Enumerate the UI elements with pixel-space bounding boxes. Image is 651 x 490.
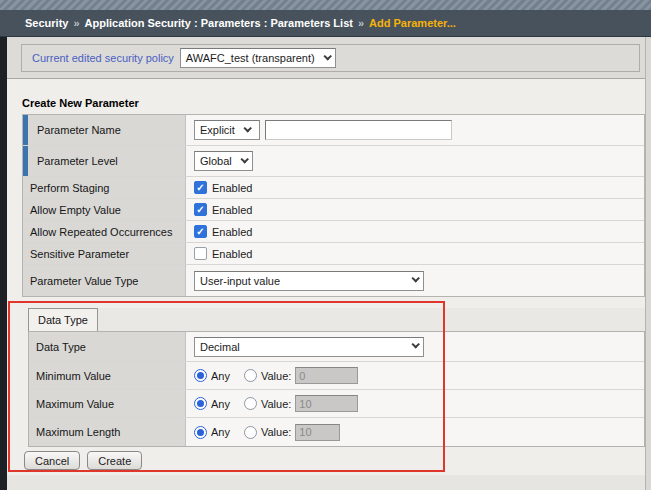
table-row-maximum-value: Maximum Value Any Value: — [29, 390, 644, 418]
tab-strip: Data Type — [28, 308, 645, 331]
policy-band: Current edited security policy AWAFC_tes… — [7, 37, 645, 79]
create-button[interactable]: Create — [87, 451, 142, 470]
tab-data-type-label: Data Type — [38, 314, 88, 326]
data-type-panel: Data Type Data Type Decimal Minimum Valu… — [28, 308, 645, 447]
perform-staging-checkbox[interactable]: ✓ — [194, 181, 207, 194]
maximum-value-any-label: Any — [211, 398, 230, 410]
table-row-minimum-value: Minimum Value Any Value: — [29, 362, 644, 390]
parameter-value-type-value: User-input value — [200, 275, 280, 287]
radio-dot-icon — [197, 372, 204, 379]
maximum-length-value-label: Value: — [261, 426, 291, 438]
left-pane-edge — [0, 37, 7, 490]
window-top-stripe-band — [0, 0, 651, 10]
page-title: Create New Parameter — [22, 97, 139, 109]
maximum-value-value-radio[interactable] — [244, 397, 257, 410]
chevron-down-icon — [323, 52, 331, 60]
sensitive-parameter-option-label: Enabled — [212, 248, 252, 260]
check-icon: ✓ — [196, 183, 204, 193]
allow-repeated-occurrences-checkbox[interactable]: ✓ — [194, 225, 207, 238]
radio-dot-icon — [197, 400, 204, 407]
maximum-length-input — [295, 424, 340, 441]
parameter-level-select[interactable]: Global — [194, 151, 253, 171]
check-icon: ✓ — [196, 227, 204, 237]
form-actions: Cancel Create — [24, 451, 142, 470]
minimum-value-value-label: Value: — [261, 370, 291, 382]
parameter-value-type-label: Parameter Value Type — [23, 265, 186, 296]
sensitive-parameter-checkbox[interactable]: ✓ — [194, 247, 207, 260]
chevron-down-icon — [243, 124, 251, 132]
maximum-length-any-radio[interactable] — [194, 426, 207, 439]
breadcrumb-separator: » — [353, 17, 369, 29]
parameter-name-input[interactable] — [265, 120, 452, 140]
breadcrumb-path-link[interactable]: Application Security : Parameters : Para… — [85, 17, 353, 29]
create-parameter-table: Parameter Name Explicit Parameter Level … — [22, 114, 645, 297]
table-row-maximum-length: Maximum Length Any Value: — [29, 418, 644, 446]
parameter-name-kind-select[interactable]: Explicit — [194, 120, 260, 140]
table-row-data-type: Data Type Decimal — [29, 332, 644, 362]
table-row-parameter-value-type: Parameter Value Type User-input value — [23, 265, 644, 296]
maximum-length-any-label: Any — [211, 426, 230, 438]
minimum-value-any-radio[interactable] — [194, 369, 207, 382]
minimum-value-any-label: Any — [211, 370, 230, 382]
current-policy-label: Current edited security policy — [32, 52, 174, 64]
bottom-strip — [7, 475, 645, 490]
parameter-level-value: Global — [200, 155, 232, 167]
table-row-parameter-name: Parameter Name Explicit — [23, 115, 644, 146]
parameter-name-kind-value: Explicit — [200, 124, 235, 136]
data-type-table: Data Type Decimal Minimum Value Any Valu… — [28, 331, 645, 447]
breadcrumb-current-page: Add Parameter... — [369, 17, 456, 29]
maximum-length-value-radio[interactable] — [244, 426, 257, 439]
breadcrumb-separator: » — [68, 17, 84, 29]
allow-empty-value-option-label: Enabled — [212, 204, 252, 216]
minimum-value-input — [295, 367, 358, 384]
table-row-allow-empty-value: Allow Empty Value ✓ Enabled — [23, 199, 644, 221]
minimum-value-value-radio[interactable] — [244, 369, 257, 382]
data-type-select[interactable]: Decimal — [194, 337, 424, 357]
parameter-level-label: Parameter Level — [23, 146, 186, 176]
table-row-parameter-level: Parameter Level Global — [23, 146, 644, 177]
allow-repeated-occurrences-label: Allow Repeated Occurrences — [23, 221, 186, 242]
tab-data-type[interactable]: Data Type — [28, 308, 98, 331]
table-row-perform-staging: Perform Staging ✓ Enabled — [23, 177, 644, 199]
current-policy-box: Current edited security policy AWAFC_tes… — [21, 44, 640, 72]
table-row-sensitive-parameter: Sensitive Parameter ✓ Enabled — [23, 243, 644, 265]
cancel-button[interactable]: Cancel — [24, 451, 80, 470]
perform-staging-option-label: Enabled — [212, 182, 252, 194]
data-type-value: Decimal — [200, 341, 240, 353]
parameter-name-label: Parameter Name — [23, 115, 186, 145]
maximum-value-input — [295, 395, 358, 412]
check-icon: ✓ — [196, 205, 204, 215]
maximum-value-any-radio[interactable] — [194, 397, 207, 410]
maximum-length-label: Maximum Length — [29, 418, 186, 446]
chevron-down-icon — [411, 340, 419, 348]
chevron-down-icon — [240, 155, 248, 163]
chevron-down-icon — [411, 274, 419, 282]
current-policy-selected-value: AWAFC_test (transparent) — [186, 52, 315, 64]
maximum-value-value-label: Value: — [261, 398, 291, 410]
maximum-value-label: Maximum Value — [29, 390, 186, 417]
data-type-label: Data Type — [29, 332, 186, 361]
radio-dot-icon — [197, 429, 204, 436]
allow-empty-value-checkbox[interactable]: ✓ — [194, 203, 207, 216]
breadcrumb-root-link[interactable]: Security — [25, 17, 68, 29]
minimum-value-label: Minimum Value — [29, 362, 186, 389]
current-policy-select[interactable]: AWAFC_test (transparent) — [180, 48, 336, 68]
allow-empty-value-label: Allow Empty Value — [23, 199, 186, 220]
right-pane-gutter — [645, 37, 651, 490]
perform-staging-label: Perform Staging — [23, 177, 186, 198]
sensitive-parameter-label: Sensitive Parameter — [23, 243, 186, 264]
table-row-allow-repeated-occurrences: Allow Repeated Occurrences ✓ Enabled — [23, 221, 644, 243]
allow-repeated-occurrences-option-label: Enabled — [212, 226, 252, 238]
parameter-value-type-select[interactable]: User-input value — [194, 271, 424, 291]
breadcrumb: Security » Application Security : Parame… — [0, 10, 651, 37]
